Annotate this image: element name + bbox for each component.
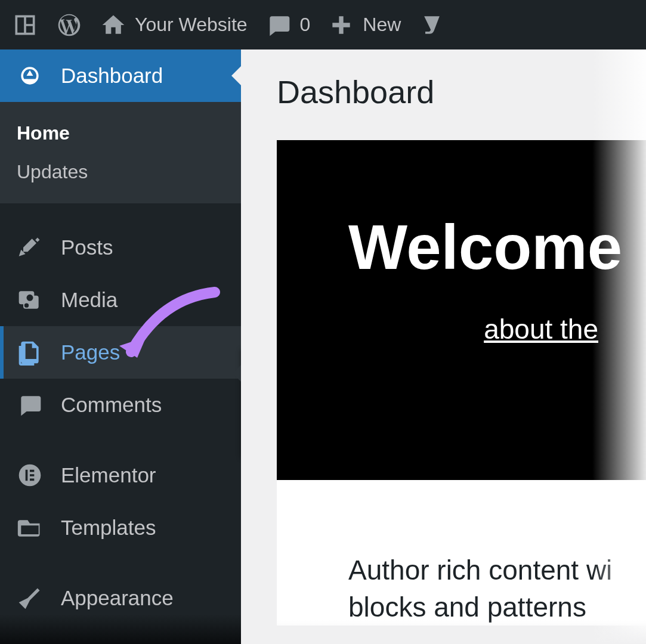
menu-media[interactable]: Media [0, 274, 241, 326]
page-title: Dashboard [277, 73, 646, 110]
pages-icon [17, 339, 43, 366]
menu-pages[interactable]: Pages [0, 326, 241, 379]
below-text-line1: Author rich content wi [348, 552, 646, 589]
submenu-home[interactable]: Home [0, 114, 241, 153]
toolbar-wordpress-icon[interactable] [56, 12, 82, 38]
menu-pages-label: Pages [61, 340, 120, 364]
menu-posts[interactable]: Posts [0, 221, 241, 274]
toolbar-site-link[interactable]: Your Website [100, 12, 248, 38]
new-label: New [363, 14, 401, 36]
plus-icon [328, 12, 354, 38]
menu-comments-label: Comments [61, 393, 162, 417]
site-name-label: Your Website [135, 14, 248, 36]
welcome-heading: Welcome [348, 212, 598, 283]
main-content: Dashboard Welcome about the Author rich … [241, 49, 646, 644]
submenu-updates[interactable]: Updates [0, 153, 241, 191]
menu-templates[interactable]: Templates [0, 501, 241, 554]
admin-sidebar: Dashboard Home Updates Posts Media Pages [0, 49, 241, 644]
toolbar-comments[interactable]: 0 [265, 12, 311, 38]
yoast-icon [419, 12, 445, 38]
comments-icon [17, 392, 43, 418]
comments-count: 0 [300, 14, 311, 36]
dashboard-icon [17, 63, 43, 89]
templates-icon [17, 515, 43, 541]
wordpress-icon [56, 12, 82, 38]
toolbar-new[interactable]: New [328, 12, 401, 38]
below-panel: Author rich content wi blocks and patter… [277, 480, 646, 626]
home-icon [100, 12, 126, 38]
welcome-subtext: about the [348, 313, 598, 345]
toolbar-yoast[interactable] [419, 12, 445, 38]
posts-icon [17, 234, 43, 261]
menu-comments[interactable]: Comments [0, 379, 241, 431]
menu-separator-3 [0, 554, 241, 572]
appearance-icon [17, 585, 43, 611]
menu-separator [0, 203, 241, 221]
welcome-panel: Welcome about the [277, 140, 646, 480]
menu-posts-label: Posts [61, 236, 113, 259]
toolbar-kit-icon[interactable] [12, 12, 38, 38]
below-text-line2: blocks and patterns [348, 589, 646, 626]
menu-templates-label: Templates [61, 516, 156, 540]
layout: Dashboard Home Updates Posts Media Pages [0, 49, 646, 644]
kit-icon [12, 12, 38, 38]
menu-dashboard[interactable]: Dashboard [0, 49, 241, 102]
menu-elementor-label: Elementor [61, 463, 156, 487]
dashboard-submenu: Home Updates [0, 102, 241, 203]
admin-toolbar: Your Website 0 New [0, 0, 646, 49]
menu-elementor[interactable]: Elementor [0, 449, 241, 501]
menu-dashboard-label: Dashboard [61, 64, 163, 88]
comment-icon [265, 12, 292, 38]
elementor-icon [17, 462, 43, 488]
menu-appearance-label: Appearance [61, 586, 174, 610]
menu-appearance[interactable]: Appearance [0, 572, 241, 624]
media-icon [17, 287, 43, 313]
menu-separator-2 [0, 431, 241, 449]
menu-media-label: Media [61, 288, 118, 312]
